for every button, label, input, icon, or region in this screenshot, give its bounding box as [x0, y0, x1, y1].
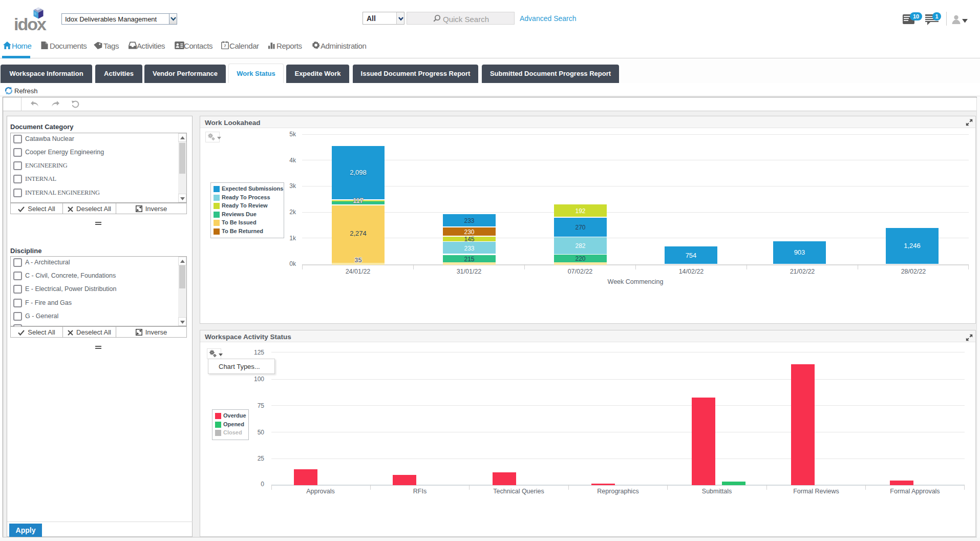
svg-text:7: 7 [224, 44, 226, 48]
